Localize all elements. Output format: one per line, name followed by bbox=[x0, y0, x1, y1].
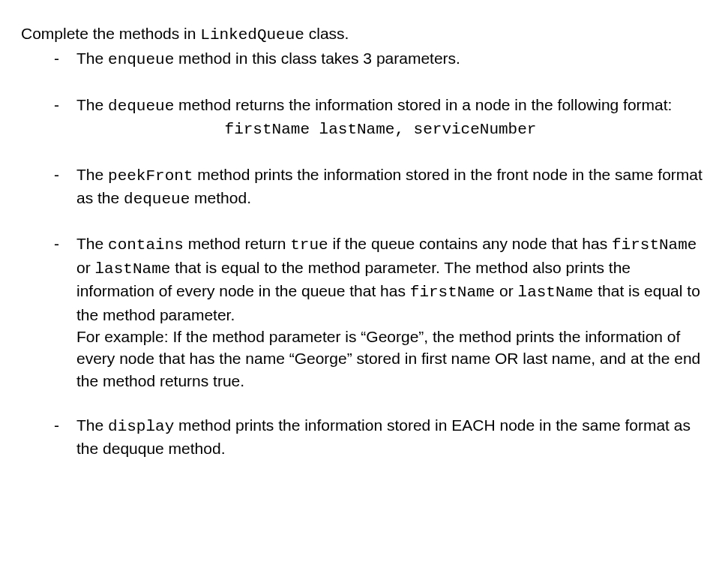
contains-main: The contains method return true if the q… bbox=[76, 233, 707, 326]
contains-example: For example: If the method parameter is … bbox=[76, 326, 707, 392]
intro-classname: LinkedQueue bbox=[200, 26, 304, 44]
list-item-dequeue: The dequeue method returns the informati… bbox=[54, 94, 707, 141]
code-firstname-2: firstName bbox=[410, 284, 495, 301]
code-contains: contains bbox=[108, 236, 184, 254]
code-lastname-2: lastName bbox=[518, 284, 594, 301]
text: The bbox=[76, 96, 108, 113]
code-lastname: lastName bbox=[95, 260, 171, 278]
list-item-peekfront: The peekFront method prints the informat… bbox=[54, 164, 707, 211]
intro-suffix: class. bbox=[304, 25, 349, 42]
text: The bbox=[76, 235, 108, 252]
bullet-list: The enqueue method in this class takes 3… bbox=[54, 47, 707, 459]
text: The bbox=[76, 416, 108, 434]
code-dequeue: dequeue bbox=[108, 98, 174, 115]
code-dequeue-ref: dequeue bbox=[124, 191, 190, 208]
text: The bbox=[76, 166, 108, 183]
list-item-enqueue: The enqueue method in this class takes 3… bbox=[54, 47, 707, 71]
text: method returns the information stored in… bbox=[174, 96, 672, 113]
intro-prefix: Complete the methods in bbox=[21, 25, 200, 42]
intro-line: Complete the methods in LinkedQueue clas… bbox=[21, 23, 707, 46]
list-item-contains: The contains method return true if the q… bbox=[54, 233, 707, 392]
dequeue-format-line: firstName lastName, serviceNumber bbox=[54, 119, 707, 140]
code-true: true bbox=[290, 236, 328, 254]
text: method in this class takes 3 parameters. bbox=[174, 50, 460, 67]
text: or bbox=[76, 259, 95, 276]
text: or bbox=[495, 282, 517, 299]
code-enqueue: enqueue bbox=[108, 51, 174, 68]
text: method return bbox=[184, 235, 290, 252]
code-display: display bbox=[108, 418, 174, 435]
dequeue-text: The dequeue method returns the informati… bbox=[76, 94, 707, 117]
text: if the queue contains any node that has bbox=[328, 235, 612, 252]
text: method. bbox=[190, 189, 251, 206]
code-firstname: firstName bbox=[612, 236, 697, 254]
list-item-display: The display method prints the informatio… bbox=[54, 414, 707, 460]
text: The bbox=[76, 50, 108, 67]
code-peekfront: peekFront bbox=[108, 167, 193, 185]
